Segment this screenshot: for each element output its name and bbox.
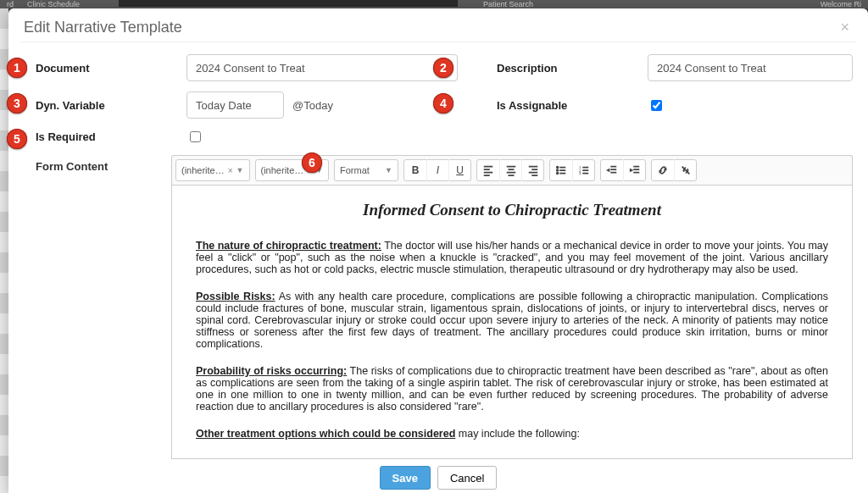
format-value: Format — [340, 165, 370, 175]
bg-left-strip — [0, 8, 8, 493]
document-input[interactable] — [186, 54, 458, 81]
bg-menu-patient: Patient Search — [476, 0, 540, 8]
svg-text:3: 3 — [578, 171, 581, 175]
bullet-list-button[interactable] — [550, 159, 572, 181]
bg-menu-clinic: Clinic Schedule — [20, 0, 86, 8]
format-select[interactable]: Format ▼ — [334, 159, 398, 181]
p1-lead: The nature of chiropractic treatment: — [196, 240, 381, 252]
link-button[interactable] — [652, 159, 674, 181]
label-description: Description — [497, 62, 641, 75]
annotation-badge-4: 4 — [433, 93, 453, 114]
italic-button[interactable]: I — [426, 159, 448, 181]
modal-title: Edit Narrative Template — [24, 19, 182, 36]
editor-toolbar: (inherite… × ▼ (inherite… × ▼ Format — [171, 155, 853, 185]
align-left-button[interactable] — [477, 159, 499, 181]
svg-point-0 — [557, 167, 559, 169]
svg-point-1 — [557, 169, 559, 171]
save-button[interactable]: Save — [380, 466, 431, 490]
editor-title: Informed Consent to Chiropractic Treatme… — [196, 201, 828, 219]
p4-lead: Other treatment options which could be c… — [196, 428, 455, 440]
outdent-button[interactable] — [601, 159, 623, 181]
chevron-down-icon[interactable]: ▼ — [385, 166, 392, 174]
label-isassignable: Is Assignable — [497, 99, 641, 112]
unlink-button[interactable] — [674, 159, 696, 181]
modal: Edit Narrative Template × Document Descr… — [8, 8, 868, 493]
label-document: Document — [36, 62, 180, 75]
font-family-select[interactable]: (inherite… × ▼ — [175, 159, 250, 181]
p2-lead: Possible Risks: — [196, 291, 275, 302]
font-size-value: (inherite… — [261, 165, 304, 175]
dynvar-input[interactable] — [186, 91, 284, 119]
annotation-badge-6: 6 — [302, 152, 322, 173]
annotation-badge-3: 3 — [7, 93, 27, 114]
p4-body: may include the following: — [455, 428, 580, 440]
isassignable-checkbox[interactable] — [651, 100, 662, 111]
annotation-badge-2: 2 — [433, 58, 453, 78]
bold-button[interactable]: B — [404, 159, 426, 181]
indent-button[interactable] — [623, 159, 645, 181]
bg-search — [119, 0, 458, 7]
bg-welcome: Welcome Ri — [821, 0, 868, 8]
label-dynvar: Dyn. Variable — [36, 99, 180, 112]
close-icon[interactable]: × — [837, 19, 853, 36]
p3-lead: Probability of risks occurring: — [196, 365, 347, 377]
annotation-badge-5: 5 — [7, 129, 27, 149]
label-formcontent: Form Content — [36, 155, 180, 459]
bg-menu: rd — [0, 0, 20, 8]
number-list-button[interactable]: 123 — [572, 159, 594, 181]
p2-body: As with any health care procedure, compl… — [196, 291, 828, 350]
underline-button[interactable]: U — [448, 159, 470, 181]
description-input[interactable] — [648, 54, 853, 81]
isrequired-checkbox[interactable] — [190, 131, 201, 142]
clear-icon[interactable]: × — [228, 166, 233, 175]
font-family-value: (inherite… — [181, 165, 225, 175]
chevron-down-icon[interactable]: ▼ — [236, 166, 244, 174]
label-isrequired: Is Required — [36, 130, 180, 143]
annotation-badge-1: 1 — [7, 58, 27, 78]
align-right-button[interactable] — [521, 159, 543, 181]
align-center-button[interactable] — [499, 159, 521, 181]
svg-point-2 — [557, 173, 559, 174]
cancel-button[interactable]: Cancel — [437, 466, 497, 490]
dynvar-tag: @Today — [292, 99, 333, 112]
editor-content[interactable]: Informed Consent to Chiropractic Treatme… — [171, 185, 853, 459]
